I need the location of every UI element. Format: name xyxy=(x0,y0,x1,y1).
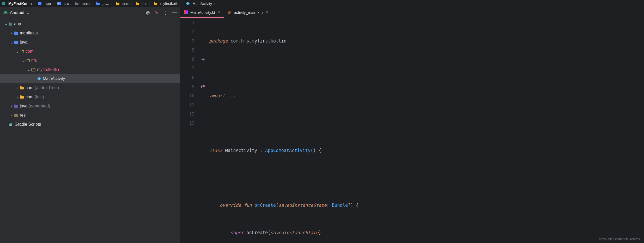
tab-activity-main-xml[interactable]: activity_main.xml ✕ xyxy=(224,7,272,18)
chevron-down-icon[interactable]: ⌄ xyxy=(21,58,25,63)
code-token: savedInstanceState xyxy=(270,230,318,235)
line-number: 3 xyxy=(180,37,195,46)
folder-blue-icon xyxy=(14,31,18,35)
svg-marker-5 xyxy=(186,2,190,5)
more-icon[interactable]: ⋮ xyxy=(163,10,168,16)
code-content[interactable]: package com.hfs.myfirstkotlin import ...… xyxy=(207,18,644,243)
tree-item-java[interactable]: ⌄java xyxy=(0,38,180,47)
code-token: ( xyxy=(268,230,270,235)
chevron-right-icon[interactable]: › xyxy=(15,86,19,90)
project-tree[interactable]: ⌄app›manifests⌄java⌄com⌄hfs⌄myfirstkotli… xyxy=(0,18,180,243)
collapse-icon[interactable]: ⇲ xyxy=(155,10,158,15)
chevron-right-icon[interactable]: › xyxy=(15,95,19,99)
chevron-down-icon[interactable]: ⌄ xyxy=(4,21,8,26)
breadcrumb-item-src[interactable]: / src xyxy=(57,2,69,6)
breadcrumb-bar: MyFirstKotlin 〉 / app 〉 / src 〉 main 〉 j… xyxy=(0,0,644,7)
svg-rect-1 xyxy=(38,2,41,5)
sidebar-title: Android xyxy=(10,10,24,15)
breadcrumb-item-main[interactable]: main xyxy=(75,2,89,6)
code-token: import xyxy=(209,93,225,98)
folder-icon xyxy=(96,2,100,5)
breadcrumb-item-project[interactable]: MyFirstKotlin xyxy=(2,2,32,6)
tree-label: com (androidTest) xyxy=(26,86,59,90)
svg-marker-15 xyxy=(201,85,203,88)
breadcrumb-item-app[interactable]: / app xyxy=(38,2,51,6)
code-token: class xyxy=(209,148,225,153)
line-number-gutter: 1235678910111213 xyxy=(180,18,199,243)
code-token xyxy=(209,203,220,208)
line-number: 10 xyxy=(180,91,195,100)
tree-item-java[interactable]: ›java (generated) xyxy=(0,101,180,111)
svg-rect-14 xyxy=(228,13,230,14)
tab-mainactivity[interactable]: MainActivity.kt ✕ xyxy=(180,7,224,18)
package-icon xyxy=(154,2,157,5)
tree-item-myfirstkotlin[interactable]: ⌄myfirstkotlin xyxy=(0,65,180,74)
code-token: AppCompatActivity xyxy=(265,148,311,153)
line-number: 9 xyxy=(180,82,195,91)
code-token xyxy=(209,230,230,235)
line-number: 8 xyxy=(180,73,195,82)
tree-label: hfs xyxy=(31,58,37,63)
editor-tabs: MainActivity.kt ✕ activity_main.xml ✕ xyxy=(180,7,644,18)
gutter-icons xyxy=(199,18,207,243)
code-token: fun xyxy=(244,203,254,208)
navigate-icon[interactable] xyxy=(200,57,205,62)
chevron-right-icon[interactable]: › xyxy=(9,31,14,35)
code-token: ) { xyxy=(351,203,359,208)
svg-point-6 xyxy=(146,11,149,14)
chevron-right-icon[interactable]: › xyxy=(4,122,8,127)
tree-item-manifests[interactable]: ›manifests xyxy=(0,28,180,38)
breadcrumb-label: app xyxy=(45,2,51,6)
tree-item-gradle-scripts[interactable]: ›Gradle Scripts xyxy=(0,120,180,129)
chevron-right-icon: 〉 xyxy=(131,1,134,6)
tree-item-res[interactable]: ›res xyxy=(0,111,180,120)
breadcrumb-item-java[interactable]: java xyxy=(96,2,110,6)
chevron-down-icon[interactable]: ⌄ xyxy=(15,49,19,54)
close-icon[interactable]: ✕ xyxy=(266,10,269,14)
chevron-right-icon[interactable]: › xyxy=(9,113,14,118)
svg-rect-3 xyxy=(57,2,61,5)
chevron-right-icon[interactable]: › xyxy=(9,104,14,108)
code-token: . xyxy=(244,230,246,235)
tree-item-app[interactable]: ⌄app xyxy=(0,19,180,28)
project-view-selector[interactable]: Android ⌄ xyxy=(3,10,29,15)
breadcrumb-item-myfirstkotlin[interactable]: myfirstkotlin xyxy=(154,2,180,6)
breadcrumb-item-com[interactable]: com xyxy=(116,2,129,6)
code-token: onCreate xyxy=(254,203,276,208)
line-number: 13 xyxy=(180,119,195,128)
tree-item-mainactivity[interactable]: MainActivity xyxy=(0,74,180,83)
svg-rect-0 xyxy=(2,2,5,5)
tree-label: app xyxy=(14,22,21,26)
code-token: ( xyxy=(276,203,278,208)
chevron-down-icon[interactable]: ⌄ xyxy=(9,40,14,45)
tree-item-hfs[interactable]: ⌄hfs xyxy=(0,56,180,65)
tree-item-com[interactable]: ›com (test) xyxy=(0,92,180,101)
project-sidebar: Android ⌄ ⇲ ⋮ — ⌄app›manifests⌄java⌄com⌄… xyxy=(0,7,180,243)
breadcrumb-label: MainActivity xyxy=(193,2,212,6)
chevron-right-icon: 〉 xyxy=(214,1,217,6)
tree-label: java xyxy=(20,40,27,45)
breadcrumb-label: myfirstkotlin xyxy=(160,2,180,6)
svg-marker-8 xyxy=(37,77,41,81)
folder-purple-icon xyxy=(14,104,18,108)
minimize-icon[interactable]: — xyxy=(172,10,177,15)
chevron-right-icon: 〉 xyxy=(91,1,94,6)
chevron-down-icon[interactable]: ⌄ xyxy=(27,67,31,72)
target-icon[interactable] xyxy=(145,10,150,15)
code-editor[interactable]: 1235678910111213 package com.hfs.myfirst… xyxy=(180,18,644,243)
tab-label: MainActivity.kt xyxy=(190,10,215,15)
xml-file-icon xyxy=(228,10,232,15)
breadcrumb-item-mainactivity[interactable]: MainActivity xyxy=(186,2,212,6)
tree-label: res xyxy=(20,113,26,118)
close-icon[interactable]: ✕ xyxy=(217,10,220,14)
breadcrumb-item-hfs[interactable]: hfs xyxy=(136,2,147,6)
tree-item-com[interactable]: ⌄com xyxy=(0,47,180,56)
watermark: https://blog.csdn.net/Greathfs xyxy=(599,237,640,241)
code-token: MainActivity xyxy=(225,148,260,153)
folder-teal-icon xyxy=(8,22,13,26)
tree-item-com[interactable]: ›com (androidTest) xyxy=(0,83,180,92)
svg-point-7 xyxy=(147,12,149,13)
chevron-down-icon: ⌄ xyxy=(26,11,29,15)
chevron-right-icon: 〉 xyxy=(149,1,152,6)
run-compose-icon[interactable] xyxy=(200,84,205,89)
